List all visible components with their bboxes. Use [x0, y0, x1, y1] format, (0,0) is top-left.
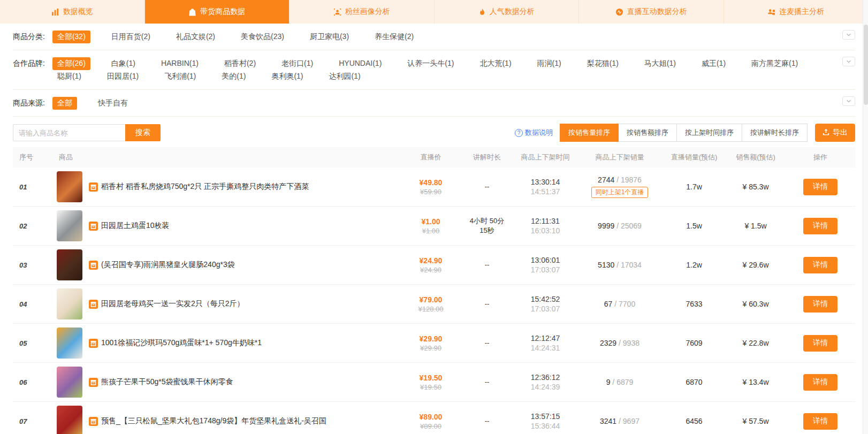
data-note-link[interactable]: ? 数据说明 [515, 128, 553, 138]
sort-button[interactable]: 按销售额排序 [618, 124, 677, 142]
tab-co-stream[interactable]: 连麦播主分析 [724, 0, 868, 24]
filter-option[interactable]: 美的(1) [217, 70, 250, 83]
collapse-button-source[interactable] [842, 96, 855, 106]
detail-button[interactable]: 详情 [803, 374, 837, 391]
product-image[interactable] [57, 171, 82, 202]
filter-option[interactable]: 全部(32) [52, 31, 90, 43]
action-cell: 详情 [786, 374, 855, 391]
detail-button[interactable]: 详情 [803, 335, 837, 352]
filter-option[interactable]: 全部 [52, 97, 77, 110]
filter-option[interactable]: HYUNDAI(1) [334, 57, 386, 70]
product-image[interactable] [57, 249, 82, 280]
tab-live-interaction[interactable]: 直播互动数据分析 [579, 0, 724, 24]
filter-option[interactable]: 奥利奥(1) [267, 70, 308, 83]
tab-label: 直播互动数据分析 [627, 7, 687, 17]
shelf-on-time: 12:11:31 [514, 217, 577, 225]
filter-option[interactable]: 马大姐(1) [639, 57, 681, 70]
collapse-button-category[interactable] [842, 30, 855, 40]
original-price: ¥19.50 [401, 383, 460, 391]
filter-label-category: 商品分类: [13, 31, 45, 42]
filter-option[interactable]: 达利园(1) [324, 70, 366, 83]
filter-option[interactable]: 礼品文娱(2) [171, 31, 220, 43]
filter-option[interactable]: 聪厨(1) [52, 70, 86, 83]
live-volume: 1.2w [663, 261, 726, 269]
shelf-sales: 9999 / 25069 [577, 222, 663, 230]
table-row: 02田园居土鸡蛋10枚装¥1.00¥1.004小时 50分 15秒12:11:3… [13, 207, 855, 246]
table-row: 07预售_【三只松鼠_坚果大礼包1748g/9袋】年货坚果礼盒送礼-吴召国¥89… [13, 402, 855, 434]
product-image[interactable] [57, 210, 82, 241]
filter-option[interactable]: 梨花猫(1) [582, 57, 623, 70]
detail-button[interactable]: 详情 [803, 179, 837, 195]
filter-option[interactable]: 南方黑芝麻(1) [747, 57, 803, 70]
filter-option[interactable]: 北大荒(1) [475, 57, 516, 70]
filter-option[interactable]: 雨润(1) [532, 57, 566, 70]
original-price: ¥24.90 [401, 266, 460, 274]
product-image[interactable] [57, 367, 82, 398]
sales-live: 5130 [598, 261, 614, 269]
sales-total: / 19876 [614, 176, 642, 184]
scrollbar-thumb[interactable] [864, 25, 868, 105]
filter-option[interactable]: 日用百货(2) [106, 31, 155, 43]
row-index: 07 [13, 417, 57, 425]
sort-button[interactable]: 按讲解时长排序 [742, 124, 808, 142]
filter-option[interactable]: 快手自有 [93, 97, 133, 110]
filter-label-brand: 合作品牌: [13, 57, 45, 68]
filter-rows: 商品分类:全部(32)日用百货(2)礼品文娱(2)美食饮品(23)厨卫家电(3)… [13, 24, 855, 117]
action-cell: 详情 [786, 413, 855, 430]
sort-button[interactable]: 按销售量排序 [560, 124, 619, 142]
shopping-bag-icon [188, 8, 196, 16]
shelf-off-time: 14:51:37 [514, 187, 577, 196]
tab-label: 连麦播主分析 [779, 7, 824, 17]
filter-option[interactable]: 飞利浦(1) [159, 70, 201, 83]
live-volume: 6456 [663, 417, 726, 425]
filter-option[interactable]: 厨卫家电(3) [305, 31, 354, 43]
filter-option[interactable]: 全部(26) [52, 57, 90, 70]
explain-duration: -- [460, 299, 514, 309]
search-button[interactable]: 搜索 [125, 124, 161, 141]
filter-option[interactable]: 威王(1) [697, 57, 730, 70]
bar-chart-icon [51, 8, 59, 16]
tab-fan-profile[interactable]: 粉丝画像分析 [290, 0, 435, 24]
detail-button[interactable]: 详情 [803, 296, 837, 313]
action-cell: 详情 [786, 296, 855, 313]
search-input[interactable] [13, 124, 125, 141]
product-image[interactable] [57, 328, 82, 359]
original-price: ¥128.00 [401, 305, 460, 313]
live-volume: 6870 [663, 378, 726, 386]
filter-option[interactable]: 田园居(1) [102, 70, 143, 83]
revenue: ¥ 60.3w [726, 300, 786, 308]
product-title: 田园居老母鸡买一送一实发2只（每只2斤） [89, 299, 245, 309]
export-button[interactable]: 导出 [815, 124, 855, 142]
column-header: 讲解时长 [460, 153, 514, 162]
tab-label: 带货商品数据 [200, 7, 245, 17]
filter-option[interactable]: 认养一头牛(1) [402, 57, 459, 70]
tab-data-overview[interactable]: 数据概览 [0, 0, 145, 24]
product-image[interactable] [57, 406, 82, 434]
filter-option[interactable]: 美食饮品(23) [236, 31, 289, 43]
filter-option[interactable]: HARBIN(1) [156, 57, 203, 70]
filter-option[interactable]: 养生保健(2) [370, 31, 418, 43]
product-title: 熊孩子芒果干50g*5袋蜜饯果干休闲零食 [89, 377, 233, 387]
filter-option[interactable]: 白象(1) [106, 57, 140, 70]
export-icon [823, 128, 829, 137]
collapse-button-brand[interactable] [842, 57, 855, 66]
question-circle-icon: ? [515, 129, 523, 137]
chevron-down-icon [846, 96, 851, 106]
interaction-icon [615, 8, 623, 16]
search-toolbar: 搜索 ? 数据说明 按销售量排序按销售额排序按上架时间排序按讲解时长排序 导出 [13, 124, 855, 142]
shelf-on-time: 12:36:12 [514, 373, 577, 382]
sort-button[interactable]: 按上架时间排序 [676, 124, 742, 142]
detail-button[interactable]: 详情 [803, 257, 837, 273]
price-cell: ¥24.90¥24.90 [401, 256, 460, 274]
original-price: ¥29.90 [401, 344, 460, 352]
detail-button[interactable]: 详情 [803, 413, 837, 430]
filter-option[interactable]: 老街口(1) [277, 57, 318, 70]
live-price: ¥29.90 [401, 334, 460, 343]
product-image[interactable] [57, 288, 82, 319]
explain-duration: -- [460, 182, 514, 192]
detail-button[interactable]: 详情 [803, 218, 837, 234]
product-title-text: 稻香村 稻香私房烧鸡750g*2只 正宗手撕鸡整只肉类特产下酒菜 [101, 182, 309, 192]
filter-option[interactable]: 稻香村(2) [219, 57, 261, 70]
tab-product-data[interactable]: 带货商品数据 [145, 0, 290, 24]
tab-popularity[interactable]: 人气数据分析 [435, 0, 580, 24]
